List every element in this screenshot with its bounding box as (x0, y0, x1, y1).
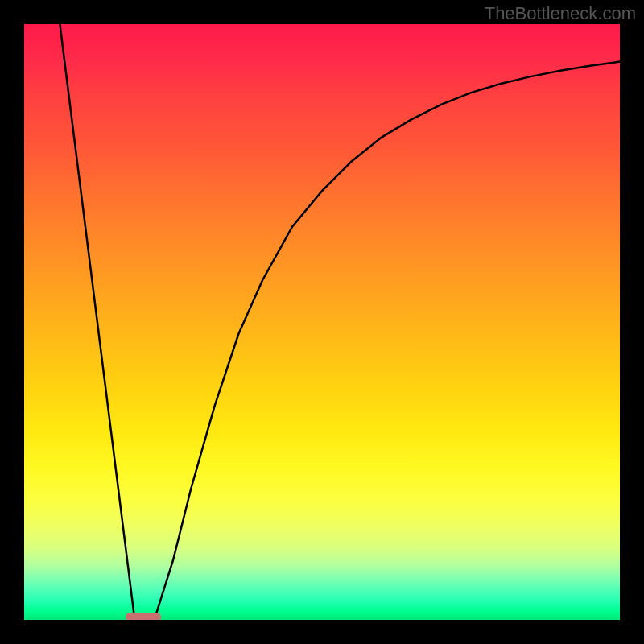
plot-area (24, 24, 620, 620)
optimal-marker (126, 613, 161, 620)
curve-layer (24, 24, 620, 620)
attribution-text: TheBottleneck.com (485, 3, 636, 24)
bottleneck-curve (60, 24, 620, 617)
